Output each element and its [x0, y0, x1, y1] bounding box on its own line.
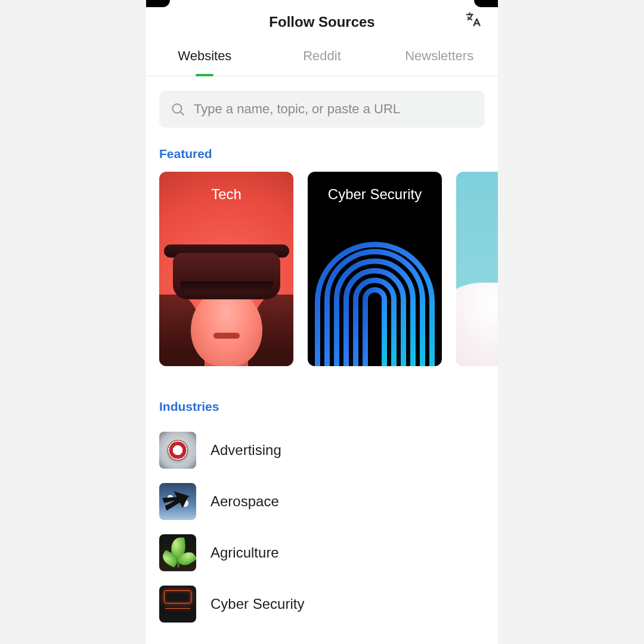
featured-card-label: Tech [159, 186, 293, 203]
section-title-featured: Featured [159, 147, 485, 161]
translate-button[interactable] [463, 10, 484, 30]
industry-list: Advertising Aerospace Agriculture [146, 425, 498, 630]
featured-card-label: Cyber Security [308, 186, 442, 203]
search-bar[interactable] [159, 91, 485, 128]
tab-newsletters[interactable]: Newsletters [380, 36, 498, 76]
industry-label: Cyber Security [210, 596, 304, 612]
page-title: Follow Sources [269, 14, 374, 30]
tab-label: Websites [178, 48, 231, 64]
tech-illustration [159, 211, 293, 366]
featured-card-cyber-security[interactable]: Cyber Security [308, 172, 442, 366]
industry-thumb-advertising [159, 432, 196, 469]
search-icon [170, 101, 185, 117]
header: Follow Sources [146, 0, 498, 36]
tab-reddit[interactable]: Reddit [264, 36, 381, 76]
list-item[interactable]: Cyber Security [159, 578, 485, 630]
featured-card-partial[interactable]: M [456, 172, 498, 366]
list-item[interactable]: Advertising [159, 425, 485, 476]
translate-icon [465, 11, 482, 29]
list-item[interactable]: Aerospace [159, 476, 485, 527]
bowl-illustration [456, 283, 498, 366]
tabs: Websites Reddit Newsletters [146, 36, 498, 76]
industry-label: Aerospace [210, 493, 279, 510]
featured-card-tech[interactable]: Tech [159, 172, 293, 366]
featured-card-label: M [456, 186, 498, 203]
tab-label: Reddit [303, 48, 341, 64]
industry-thumb-cyber-security [159, 586, 196, 623]
industry-label: Agriculture [210, 544, 279, 561]
industry-label: Advertising [210, 442, 281, 459]
list-item[interactable]: Agriculture [159, 527, 485, 578]
section-title-industries: Industries [159, 400, 485, 414]
svg-point-0 [172, 104, 181, 113]
content: Featured Tech [146, 76, 498, 630]
search-input[interactable] [194, 101, 474, 117]
industry-thumb-agriculture [159, 534, 196, 571]
featured-row[interactable]: Tech [146, 172, 498, 366]
industry-thumb-aerospace [159, 483, 196, 520]
airplane-icon [159, 483, 196, 520]
fingerprint-icon [308, 229, 442, 366]
tab-label: Newsletters [405, 48, 473, 64]
tab-websites[interactable]: Websites [146, 36, 264, 76]
